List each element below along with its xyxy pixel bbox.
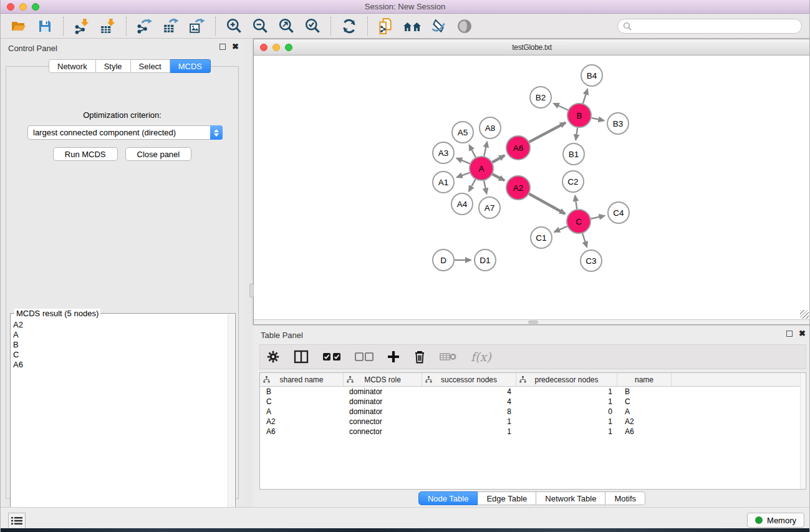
delete-row-icon[interactable] bbox=[413, 348, 426, 365]
open-file-icon[interactable] bbox=[9, 17, 28, 36]
tab-style[interactable]: Style bbox=[96, 59, 131, 73]
graph-node-c3[interactable]: C3 bbox=[581, 250, 602, 271]
zoom-out-icon[interactable] bbox=[251, 17, 269, 36]
graph-node-a8[interactable]: A8 bbox=[480, 117, 501, 138]
mcds-result-list[interactable]: A2ABCA6 bbox=[13, 320, 226, 518]
apply-layout-icon[interactable] bbox=[340, 17, 359, 36]
table-row[interactable]: Cdominator41C bbox=[260, 397, 806, 407]
edge-B-B4[interactable] bbox=[583, 89, 587, 104]
graph-node-b4[interactable]: B4 bbox=[581, 65, 602, 86]
table-row[interactable]: A6connector11A6 bbox=[260, 427, 806, 437]
tab-select[interactable]: Select bbox=[131, 59, 170, 73]
edge-B-B3[interactable] bbox=[592, 118, 604, 120]
edge-A-A4[interactable] bbox=[469, 180, 475, 191]
close-panel-button[interactable]: Close panel bbox=[125, 147, 192, 161]
column-header-mcds-role[interactable]: MCDS role bbox=[344, 373, 422, 386]
zoom-window-button[interactable] bbox=[32, 3, 39, 11]
edge-B-B2[interactable] bbox=[554, 104, 568, 110]
graph-node-c1[interactable]: C1 bbox=[531, 227, 552, 248]
tab-network[interactable]: Network bbox=[49, 59, 96, 73]
graph-node-b3[interactable]: B3 bbox=[607, 113, 629, 134]
network-hscrollbar[interactable] bbox=[254, 319, 810, 324]
close-window-button[interactable] bbox=[7, 3, 14, 11]
split-columns-icon[interactable] bbox=[294, 348, 309, 365]
network-canvas[interactable]: B4B2BB3A8A5A6A3B1AA1C2A2A4A7C4CC1C3DD1 bbox=[254, 56, 810, 320]
export-image-icon[interactable] bbox=[188, 17, 206, 36]
graph-node-b1[interactable]: B1 bbox=[563, 143, 584, 165]
edge-C-C3[interactable] bbox=[582, 233, 587, 247]
graph-node-a[interactable]: A bbox=[470, 157, 493, 180]
delete-table-icon[interactable] bbox=[440, 348, 457, 365]
run-mcds-button[interactable]: Run MCDS bbox=[53, 147, 118, 161]
network-hscroll-thumb[interactable] bbox=[528, 321, 538, 324]
add-row-icon[interactable] bbox=[387, 348, 400, 365]
graph-node-a2[interactable]: A2 bbox=[506, 176, 530, 200]
canvas-vscroll-thumb[interactable] bbox=[249, 284, 254, 297]
edge-B-B1[interactable] bbox=[576, 128, 577, 140]
table-tab-network-table[interactable]: Network Table bbox=[536, 491, 605, 505]
minimize-window-button[interactable] bbox=[19, 3, 27, 11]
graph-node-a3[interactable]: A3 bbox=[433, 142, 454, 163]
edge-A2-C[interactable] bbox=[529, 194, 565, 214]
float-panel-icon[interactable] bbox=[219, 44, 226, 50]
graph-node-b2[interactable]: B2 bbox=[530, 87, 551, 108]
column-header-shared-name[interactable]: shared name bbox=[260, 373, 344, 386]
graph-node-a6[interactable]: A6 bbox=[506, 136, 530, 160]
first-neighbors-icon[interactable] bbox=[403, 17, 422, 36]
edge-A6-B[interactable] bbox=[529, 123, 566, 142]
table-tab-node-table[interactable]: Node Table bbox=[418, 491, 478, 505]
edge-C-C1[interactable] bbox=[554, 226, 567, 232]
select-all-columns-icon[interactable] bbox=[322, 348, 341, 365]
task-history-button[interactable] bbox=[8, 513, 26, 529]
tab-mcds[interactable]: MCDS bbox=[170, 59, 211, 73]
graph-node-c[interactable]: C bbox=[567, 210, 591, 233]
graph-node-a5[interactable]: A5 bbox=[452, 122, 473, 143]
dropdown-stepper-icon[interactable] bbox=[210, 125, 223, 140]
edge-C-C4[interactable] bbox=[591, 216, 605, 219]
column-header-successor-nodes[interactable]: successor nodes bbox=[422, 373, 516, 386]
table-row[interactable]: Bdominator41B bbox=[260, 387, 806, 397]
close-panel-icon[interactable]: ✖ bbox=[232, 44, 239, 50]
zoom-selected-icon[interactable] bbox=[303, 17, 322, 36]
export-table-icon[interactable] bbox=[162, 17, 180, 36]
network-window-titlebar[interactable]: testGlobe.txt bbox=[254, 39, 810, 56]
save-session-icon[interactable] bbox=[36, 17, 54, 36]
zoom-fit-icon[interactable] bbox=[277, 17, 296, 36]
edge-A-A8[interactable] bbox=[484, 142, 487, 156]
search-input[interactable] bbox=[632, 22, 796, 31]
table-row[interactable]: A2connector11A2 bbox=[260, 417, 806, 427]
edge-A-A3[interactable] bbox=[456, 158, 470, 164]
edge-A-A7[interactable] bbox=[484, 181, 486, 194]
window-resize-grip[interactable] bbox=[800, 310, 809, 319]
table-settings-icon[interactable] bbox=[266, 348, 280, 365]
network-minimize-button[interactable] bbox=[272, 44, 280, 51]
graph-node-b[interactable]: B bbox=[567, 104, 591, 127]
eye-icon[interactable] bbox=[455, 17, 474, 36]
graph-node-a7[interactable]: A7 bbox=[479, 197, 500, 218]
edge-A-A6[interactable] bbox=[492, 155, 504, 162]
clone-network-icon[interactable] bbox=[377, 17, 395, 36]
graph-node-a4[interactable]: A4 bbox=[451, 193, 473, 215]
edge-A-A1[interactable] bbox=[457, 173, 470, 177]
zoom-in-icon[interactable] bbox=[224, 17, 243, 36]
graph-node-d1[interactable]: D1 bbox=[475, 249, 496, 271]
hide-annotations-icon[interactable] bbox=[429, 17, 448, 36]
import-table-icon[interactable] bbox=[99, 17, 117, 36]
search-box[interactable] bbox=[617, 19, 802, 34]
edge-A-A5[interactable] bbox=[470, 145, 476, 157]
table-tab-motifs[interactable]: Motifs bbox=[605, 491, 645, 505]
edge-A-A2[interactable] bbox=[493, 174, 504, 180]
edge-C-C2[interactable] bbox=[575, 196, 577, 209]
graph-node-d[interactable]: D bbox=[433, 249, 454, 271]
graph-node-c2[interactable]: C2 bbox=[562, 171, 584, 192]
graph-node-c4[interactable]: C4 bbox=[608, 202, 629, 223]
column-header-name[interactable]: name bbox=[617, 373, 672, 386]
network-close-button[interactable] bbox=[260, 44, 268, 51]
table-row[interactable]: Adominator80A bbox=[260, 407, 806, 417]
result-scrollbar[interactable] bbox=[228, 314, 234, 520]
optimization-criterion-dropdown[interactable]: largest connected component (directed) bbox=[27, 125, 223, 140]
memory-button[interactable]: Memory bbox=[747, 513, 804, 528]
function-builder-icon[interactable]: f(x) bbox=[471, 348, 491, 365]
import-network-icon[interactable] bbox=[72, 17, 91, 36]
network-zoom-button[interactable] bbox=[285, 44, 292, 51]
